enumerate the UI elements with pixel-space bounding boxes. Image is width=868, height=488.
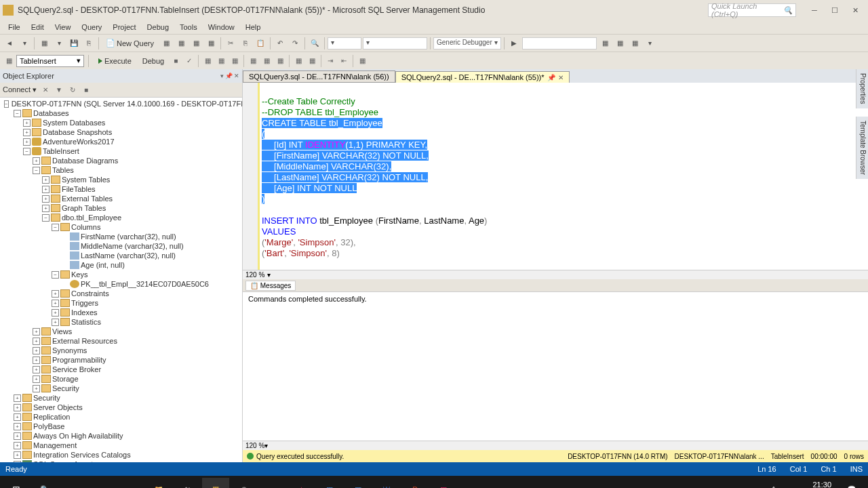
explorer-icon[interactable]: 📁 — [145, 478, 172, 488]
debug-button[interactable]: Debug — [138, 56, 168, 66]
expand-icon[interactable]: + — [14, 413, 21, 421]
expand-icon[interactable]: + — [52, 319, 59, 326]
undo-icon[interactable]: ↶ — [273, 37, 287, 50]
expand-icon[interactable]: + — [14, 432, 21, 440]
edge-icon[interactable]: e — [117, 478, 144, 488]
menu-debug[interactable]: Debug — [143, 22, 173, 33]
config-combo[interactable]: ▾ — [363, 37, 427, 49]
expand-icon[interactable]: + — [33, 338, 40, 345]
ssms-icon[interactable]: ▦ — [202, 478, 229, 488]
template-browser-tab[interactable]: Template Browser — [856, 117, 868, 179]
paste-icon[interactable]: 📋 — [254, 37, 267, 50]
stop-icon[interactable]: ■ — [170, 55, 182, 67]
expand-icon[interactable]: + — [14, 404, 21, 411]
app-icon[interactable]: ⚙ — [231, 478, 258, 488]
comment-icon[interactable]: ▦ — [292, 55, 304, 67]
expand-icon[interactable]: + — [52, 309, 59, 317]
tb-icon[interactable]: ▦ — [204, 37, 218, 50]
expand-icon[interactable]: + — [42, 195, 50, 203]
outdent-icon[interactable]: ⇤ — [338, 55, 350, 67]
debugger-combo[interactable]: Generic Debugger ▾ — [433, 37, 501, 49]
object-explorer-tree[interactable]: −DESKTOP-0T17FNN (SQL Server 14.0.1000.1… — [0, 98, 242, 462]
expand-icon[interactable]: + — [33, 347, 40, 354]
zoom-combo[interactable]: 120 % — [245, 442, 264, 449]
disconnect-icon[interactable]: ✕ — [41, 85, 50, 95]
menu-project[interactable]: Project — [108, 22, 140, 33]
expand-icon[interactable]: − — [33, 167, 40, 174]
results-text-icon[interactable]: ▦ — [260, 55, 273, 67]
tab-query2[interactable]: SQLQuery2.sql - DE...T17FNN\alank (55))*… — [395, 71, 570, 83]
messages-tab[interactable]: 📋 Messages — [245, 281, 296, 291]
expand-icon[interactable]: + — [14, 461, 21, 463]
pin-icon[interactable]: 📌 — [225, 73, 233, 79]
notifications-icon[interactable]: 💬 — [838, 478, 865, 488]
tb-icon[interactable]: ▦ — [598, 37, 612, 50]
expand-icon[interactable]: + — [33, 157, 40, 165]
menu-edit[interactable]: Edit — [27, 22, 48, 33]
powerpoint-icon[interactable]: P — [401, 478, 429, 488]
menu-view[interactable]: View — [51, 22, 75, 33]
tb-icon[interactable]: ▦ — [174, 37, 188, 50]
nav-fwd-icon[interactable]: ▾ — [18, 37, 31, 50]
zoom-combo[interactable]: 120 % — [245, 271, 264, 279]
search-icon[interactable]: 🔍 — [31, 478, 58, 488]
expand-icon[interactable]: − — [23, 148, 31, 155]
tb-icon[interactable]: ▦ — [159, 37, 173, 50]
find-icon[interactable]: 🔍 — [308, 37, 321, 50]
results-file-icon[interactable]: ▦ — [274, 55, 286, 67]
store-icon[interactable]: 🛍 — [174, 478, 201, 488]
menu-query[interactable]: Query — [77, 22, 106, 33]
expand-icon[interactable]: + — [42, 205, 50, 212]
tb-icon[interactable]: ▾ — [643, 37, 656, 50]
results-grid-icon[interactable]: ▦ — [247, 55, 259, 67]
new-icon[interactable]: ▦ — [37, 37, 51, 50]
copy-icon[interactable]: ⎘ — [239, 37, 252, 50]
expand-icon[interactable]: + — [14, 423, 21, 430]
parse-icon[interactable]: ✓ — [183, 55, 195, 67]
properties-tab[interactable]: Properties — [856, 69, 868, 108]
tab-query3[interactable]: SQLQuery3.sql - DE...T17FNN\alank (56)) — [243, 70, 395, 83]
expand-icon[interactable]: + — [33, 375, 40, 383]
expand-icon[interactable]: + — [33, 366, 40, 373]
filter-icon[interactable]: ▼ — [54, 85, 64, 95]
expand-icon[interactable]: + — [33, 385, 40, 392]
save-icon[interactable]: 💾 — [67, 37, 81, 50]
maximize-button[interactable]: ☐ — [825, 3, 845, 17]
app-icon[interactable]: ✦ — [288, 478, 315, 488]
plan-icon[interactable]: ▦ — [215, 55, 227, 67]
tray-up-icon[interactable]: ^ — [760, 478, 787, 488]
quick-launch-input[interactable]: Quick Launch (Ctrl+Q)🔍 — [708, 3, 796, 17]
expand-icon[interactable]: + — [23, 138, 31, 146]
tb-icon[interactable]: ▦ — [189, 37, 203, 50]
expand-icon[interactable]: + — [33, 357, 40, 364]
expand-icon[interactable]: + — [23, 129, 31, 136]
execute-button[interactable]: Execute — [93, 56, 137, 66]
cut-icon[interactable]: ✂ — [224, 37, 237, 50]
expand-icon[interactable]: − — [42, 214, 50, 222]
expand-icon[interactable]: − — [14, 110, 21, 117]
process-combo[interactable] — [522, 37, 597, 49]
plan-icon[interactable]: ▦ — [201, 55, 214, 67]
app-icon[interactable]: ▦ — [344, 478, 372, 488]
expand-icon[interactable]: + — [42, 186, 50, 193]
connections-icon[interactable]: ▦ — [3, 55, 15, 67]
solution-combo[interactable]: ▾ — [328, 37, 361, 49]
expand-icon[interactable]: − — [4, 100, 9, 108]
saveall-icon[interactable]: ⎘ — [82, 37, 96, 50]
stop-icon[interactable]: ■ — [81, 85, 91, 95]
specify-icon[interactable]: ▦ — [356, 55, 368, 67]
expand-icon[interactable]: + — [14, 451, 21, 459]
chrome-icon[interactable]: ● — [259, 478, 286, 488]
tb-icon[interactable]: ▦ — [613, 37, 627, 50]
redo-icon[interactable]: ↷ — [288, 37, 302, 50]
app-icon[interactable]: ▦ — [316, 478, 343, 488]
taskview-icon[interactable]: ▭ — [88, 478, 115, 488]
close-icon[interactable]: ✕ — [234, 73, 239, 79]
tab-close-icon[interactable]: ✕ — [558, 74, 564, 81]
menu-help[interactable]: Help — [241, 22, 265, 33]
expand-icon[interactable]: + — [23, 119, 31, 127]
expand-icon[interactable]: − — [52, 224, 59, 231]
start-button[interactable]: ⊞ — [3, 478, 30, 488]
uncomment-icon[interactable]: ▦ — [306, 55, 318, 67]
expand-icon[interactable]: + — [52, 300, 59, 307]
